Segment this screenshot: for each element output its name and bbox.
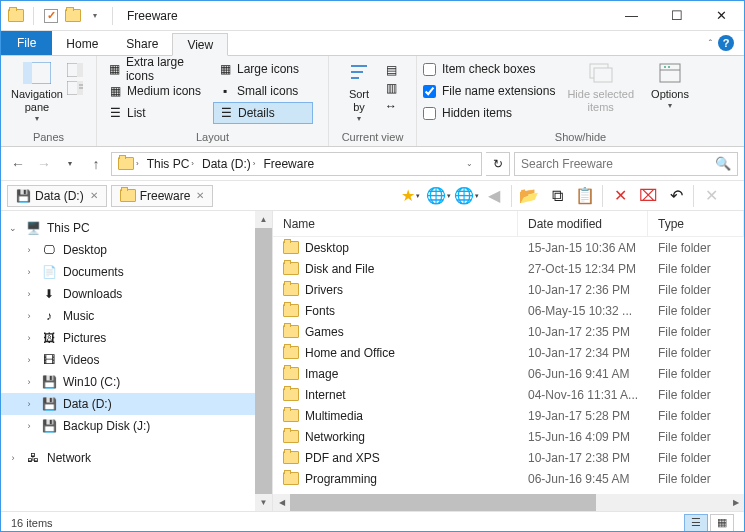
paste-button[interactable]: 📋 xyxy=(572,183,598,209)
layout-small[interactable]: ▪Small icons xyxy=(213,80,313,102)
scroll-thumb[interactable] xyxy=(290,494,596,511)
tab-home[interactable]: Home xyxy=(52,32,112,55)
tab-view[interactable]: View xyxy=(172,33,228,56)
layout-medium[interactable]: ▦Medium icons xyxy=(103,80,213,102)
expand-icon[interactable]: › xyxy=(23,289,35,299)
expand-icon[interactable]: › xyxy=(23,399,35,409)
table-row[interactable]: Drivers10-Jan-17 2:36 PMFile folder xyxy=(273,279,744,300)
undo-button[interactable]: ↶ xyxy=(663,183,689,209)
nav-this-pc[interactable]: ⌄ 🖥️ This PC xyxy=(1,217,272,239)
back-history-button[interactable]: ◀ xyxy=(481,183,507,209)
add-columns-icon[interactable]: ▥ xyxy=(383,80,399,96)
layout-extra-large[interactable]: ▦Extra large icons xyxy=(103,58,213,80)
close-tab-icon[interactable]: ✕ xyxy=(196,190,204,201)
nav-item[interactable]: ›💾Data (D:) xyxy=(1,393,272,415)
collapse-ribbon-icon[interactable]: ˆ xyxy=(709,39,712,50)
hide-selected-button[interactable]: Hide selected items xyxy=(563,58,638,116)
scroll-right-icon[interactable]: ▶ xyxy=(727,494,744,511)
nav-item[interactable]: ›💾Backup Disk (J:) xyxy=(1,415,272,437)
open-folder-button[interactable]: 📂 xyxy=(516,183,542,209)
size-columns-icon[interactable]: ↔ xyxy=(383,98,399,114)
details-pane-icon[interactable] xyxy=(67,80,83,96)
crumb-freeware[interactable]: Freeware xyxy=(259,153,318,175)
group-by-icon[interactable]: ▤ xyxy=(383,62,399,78)
scroll-up-icon[interactable]: ▲ xyxy=(255,211,272,228)
layout-list[interactable]: ☰List xyxy=(103,102,213,124)
expand-icon[interactable]: › xyxy=(23,311,35,321)
expand-icon[interactable]: › xyxy=(23,355,35,365)
table-row[interactable]: Disk and File27-Oct-15 12:34 PMFile fold… xyxy=(273,258,744,279)
chk-file-extensions[interactable]: File name extensions xyxy=(423,80,555,102)
scroll-thumb[interactable] xyxy=(255,228,272,494)
close-tab-icon[interactable]: ✕ xyxy=(90,190,98,201)
sort-by-button[interactable]: Sort by ▾ xyxy=(335,58,383,126)
maximize-button[interactable]: ☐ xyxy=(654,1,699,30)
nav-item[interactable]: ›🖵Desktop xyxy=(1,239,272,261)
table-row[interactable]: Games10-Jan-17 2:35 PMFile folder xyxy=(273,321,744,342)
table-row[interactable]: Desktop15-Jan-15 10:36 AMFile folder xyxy=(273,237,744,258)
qat-new-folder-icon[interactable] xyxy=(64,5,82,27)
preview-pane-icon[interactable] xyxy=(67,62,83,78)
horizontal-scrollbar[interactable]: ◀ ▶ xyxy=(273,494,744,511)
nav-item[interactable]: ›♪Music xyxy=(1,305,272,327)
expand-icon[interactable]: › xyxy=(23,421,35,431)
expand-icon[interactable]: › xyxy=(23,377,35,387)
nav-item[interactable]: ›💾Win10 (C:) xyxy=(1,371,272,393)
table-row[interactable]: Programming06-Jun-16 9:45 AMFile folder xyxy=(273,468,744,489)
search-input[interactable]: Search Freeware 🔍 xyxy=(514,152,738,176)
expand-icon[interactable]: › xyxy=(23,267,35,277)
table-row[interactable]: Internet04-Nov-16 11:31 A...File folder xyxy=(273,384,744,405)
expand-icon[interactable]: › xyxy=(7,453,19,463)
col-type[interactable]: Type xyxy=(648,211,744,236)
expand-icon[interactable]: › xyxy=(23,245,35,255)
close-button[interactable]: ✕ xyxy=(699,1,744,30)
tab-share[interactable]: Share xyxy=(112,32,172,55)
minimize-button[interactable]: — xyxy=(609,1,654,30)
view-thumbnails-button[interactable]: ▦ xyxy=(710,514,734,532)
col-date[interactable]: Date modified xyxy=(518,211,648,236)
path-tab-freeware[interactable]: Freeware ✕ xyxy=(111,185,214,207)
col-name[interactable]: Name xyxy=(273,211,518,236)
table-row[interactable]: Image06-Jun-16 9:41 AMFile folder xyxy=(273,363,744,384)
chk-hidden-items[interactable]: Hidden items xyxy=(423,102,555,124)
scroll-left-icon[interactable]: ◀ xyxy=(273,494,290,511)
chk-item-checkboxes[interactable]: Item check boxes xyxy=(423,58,555,80)
nav-item[interactable]: ›🖼Pictures xyxy=(1,327,272,349)
crumb-root[interactable]: › xyxy=(114,153,143,175)
table-row[interactable]: Multimedia19-Jan-17 5:28 PMFile folder xyxy=(273,405,744,426)
options-button[interactable]: Options ▾ xyxy=(646,58,694,113)
delete-button[interactable]: ✕ xyxy=(607,183,633,209)
scroll-down-icon[interactable]: ▼ xyxy=(255,494,272,511)
tab-file[interactable]: File xyxy=(1,31,52,55)
crumb-dropdown-icon[interactable]: ⌄ xyxy=(460,159,479,168)
nav-item[interactable]: ›⬇Downloads xyxy=(1,283,272,305)
nav-scrollbar[interactable]: ▲ ▼ xyxy=(255,211,272,511)
globe-blue-button[interactable]: 🌐▾ xyxy=(453,183,479,209)
help-icon[interactable]: ? xyxy=(718,35,734,51)
forward-button[interactable]: → xyxy=(33,153,55,175)
refresh-button[interactable]: ↻ xyxy=(486,152,510,176)
navigation-pane[interactable]: ⌄ 🖥️ This PC ›🖵Desktop›📄Documents›⬇Downl… xyxy=(1,211,273,511)
layout-details[interactable]: ☰Details xyxy=(213,102,313,124)
table-row[interactable]: Home and Office10-Jan-17 2:34 PMFile fol… xyxy=(273,342,744,363)
collapse-icon[interactable]: ⌄ xyxy=(7,223,19,233)
qat-dropdown-icon[interactable]: ▾ xyxy=(86,5,104,27)
globe-green-button[interactable]: 🌐▾ xyxy=(425,183,451,209)
nav-item[interactable]: ›🎞Videos xyxy=(1,349,272,371)
delete-perm-button[interactable]: ⌧ xyxy=(635,183,661,209)
navigation-pane-button[interactable]: Navigation pane ▾ xyxy=(7,58,67,126)
table-row[interactable]: Fonts06-May-15 10:32 ...File folder xyxy=(273,300,744,321)
breadcrumb[interactable]: › This PC› Data (D:)› Freeware ⌄ xyxy=(111,152,482,176)
expand-icon[interactable]: › xyxy=(23,333,35,343)
view-details-button[interactable]: ☰ xyxy=(684,514,708,532)
table-row[interactable]: Networking15-Jun-16 4:09 PMFile folder xyxy=(273,426,744,447)
path-tab-data-d[interactable]: 💾 Data (D:) ✕ xyxy=(7,185,107,207)
nav-network[interactable]: › 🖧 Network xyxy=(1,447,272,469)
back-button[interactable]: ← xyxy=(7,153,29,175)
table-row[interactable]: PDF and XPS10-Jan-17 2:38 PMFile folder xyxy=(273,447,744,468)
recent-dropdown[interactable]: ▾ xyxy=(59,153,81,175)
nav-item[interactable]: ›📄Documents xyxy=(1,261,272,283)
favorites-button[interactable]: ★▾ xyxy=(397,183,423,209)
crumb-this-pc[interactable]: This PC› xyxy=(143,153,198,175)
copy-button[interactable]: ⧉ xyxy=(544,183,570,209)
